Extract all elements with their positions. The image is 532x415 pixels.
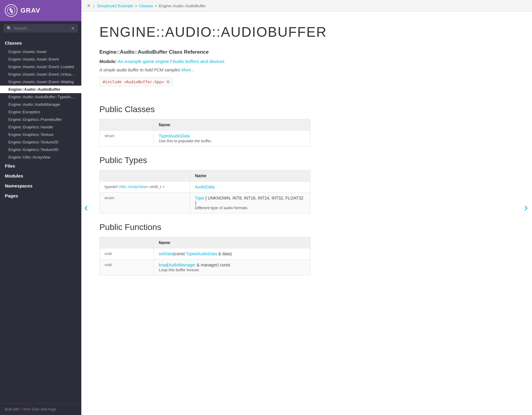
module-label: Module: (99, 59, 117, 64)
sidebar-section-pages[interactable]: Pages (0, 191, 81, 201)
nav-prev-button[interactable]: ‹ (81, 198, 91, 217)
sidebar-item-audio-audiobuffer-typedaudio[interactable]: Engine::Audio::AudioBuffer::TypedAudio (0, 93, 81, 101)
search-container: 🔍 ✕ (0, 21, 81, 36)
module-separator: / (170, 59, 173, 64)
col-type-header-3 (100, 237, 154, 248)
sidebar-item-audio-audiomanager[interactable]: Engine::Audio::AudioManager (0, 101, 81, 108)
heart-icon: ♥ (20, 407, 22, 411)
sidebar-header: GRAV (0, 0, 81, 21)
section-title-public-functions: Public Functions (99, 222, 310, 232)
breadcrumb-pipe: | (93, 4, 94, 8)
col-name-header: Name (154, 119, 310, 130)
include-line: #include <AudioBuffer.hpp> ⧉ (99, 77, 173, 86)
col-name-header-2: Name (190, 170, 310, 181)
breadcrumb-current: Engine::Audio::AudioBuffer (159, 4, 206, 8)
row-desc: Use this to populate the buffer. (159, 139, 212, 143)
sidebar-section-files[interactable]: Files (0, 161, 81, 171)
link-set-data[interactable]: setData (159, 251, 173, 256)
row-name-loop: loop(AudioManager & manager) const Loop … (154, 259, 310, 275)
link-typed-audio-data-2[interactable]: TypedAudioData (186, 251, 217, 256)
table-row: struct TypedAudioData Use this to popula… (100, 130, 310, 146)
sidebar-section-modules[interactable]: Modules (0, 171, 81, 181)
breadcrumb-link-example[interactable]: Doxybook2 Example (97, 4, 133, 8)
sidebar-item-graphics-texture3d[interactable]: Engine::Graphics::Texture3D (0, 146, 81, 153)
public-classes-table: Name struct TypedAudioData Use this to p… (99, 119, 310, 146)
row-type-void-1: void (100, 248, 154, 259)
sidebar-footer: Built with ♥ from Grav and Hugo (0, 403, 81, 415)
module-link-audio[interactable]: Audio buffers and devices (173, 59, 224, 64)
breadcrumb-sep-2: > (155, 4, 157, 8)
sidebar-item-utils-arrayview[interactable]: Engine::Utils::ArrayView (0, 153, 81, 161)
row-type-enum: enum (100, 193, 190, 213)
breadcrumb-link-classes[interactable]: Classes (139, 4, 153, 8)
sidebar-item-assets-asset-event[interactable]: Engine::Assets::Asset::Event (0, 55, 81, 63)
copy-icon[interactable]: ⧉ (167, 79, 170, 84)
col-type-header-2 (100, 170, 190, 181)
enum-values: { UNKNOWN, INT8, INT16, INT24, INT32, FL… (195, 196, 303, 205)
row-desc-enum: Different type of audio formats. (195, 206, 249, 210)
sidebar-item-assets-asset[interactable]: Engine::Assets::Asset (0, 48, 81, 55)
page-content: ENGINE::AUDIO::AUDIOBUFFER Engine::Audio… (81, 12, 328, 300)
sidebar-logo (5, 4, 17, 17)
public-types-table: Name typedef Utils::ArrayView< uint8_t >… (99, 170, 310, 213)
search-clear-icon[interactable]: ✕ (71, 26, 75, 31)
row-name: TypedAudioData Use this to populate the … (154, 130, 310, 146)
row-name-type: Type { UNKNOWN, INT8, INT16, INT24, INT3… (190, 193, 310, 213)
table-row: void loop(AudioManager & manager) const … (100, 259, 310, 275)
row-desc-loop: Loop this buffer forever. (159, 268, 200, 272)
public-functions-table: Name void setData(const TypedAudioData &… (99, 237, 310, 275)
sidebar-item-exception[interactable]: Engine::Exception (0, 108, 81, 116)
sidebar-brand-name: GRAV (20, 7, 40, 14)
module-line: Module: An example game engine / Audio b… (99, 59, 310, 64)
sidebar-section-namespaces[interactable]: Namespaces (0, 181, 81, 191)
section-title-public-types: Public Types (99, 156, 310, 165)
more-link[interactable]: More... (181, 68, 195, 72)
row-name-setdata: setData(const TypedAudioData & data) (154, 248, 310, 259)
table-row: typedef Utils::ArrayView< uint8_t > Audi… (100, 181, 310, 193)
main-content: ≡ | Doxybook2 Example > Classes > Engine… (81, 0, 532, 415)
row-type-void-2: void (100, 259, 154, 275)
description-line: A simple audio buffer to hold PCM sample… (99, 68, 310, 72)
page-title: ENGINE::AUDIO::AUDIOBUFFER (99, 24, 310, 40)
link-utils-arrayview[interactable]: Utils::ArrayView (118, 184, 146, 189)
sidebar-item-audio-audiobuffer[interactable]: Engine::Audio::AudioBuffer (0, 86, 81, 93)
sidebar-item-graphics-texture2d[interactable]: Engine::Graphics::Texture2D (0, 138, 81, 146)
link-typed-audio-data[interactable]: TypedAudioData (159, 134, 190, 138)
sidebar-item-assets-asset-event-loaded[interactable]: Engine::Assets::Asset::Event::Loaded (0, 63, 81, 71)
menu-icon: ≡ (87, 3, 90, 8)
row-type-typedef: typedef Utils::ArrayView< uint8_t > (100, 181, 190, 193)
col-name-header-3: Name (154, 237, 310, 248)
link-audio-data[interactable]: AudioData (195, 184, 214, 189)
table-row: enum Type { UNKNOWN, INT8, INT16, INT24,… (100, 193, 310, 213)
description-text: A simple audio buffer to hold PCM sample… (99, 68, 180, 72)
nav-next-button[interactable]: › (521, 198, 531, 217)
breadcrumb-sep-1: > (135, 4, 137, 8)
sidebar-item-graphics-framebuffer[interactable]: Engine::Graphics::Framebuffer (0, 116, 81, 123)
breadcrumb: ≡ | Doxybook2 Example > Classes > Engine… (81, 0, 532, 12)
table-row: void setData(const TypedAudioData & data… (100, 248, 310, 259)
sidebar-section-classes[interactable]: Classes (0, 38, 81, 48)
sidebar: GRAV 🔍 ✕ Classes Engine::Assets::Asset E… (0, 0, 81, 415)
include-text: #include <AudioBuffer.hpp> (103, 80, 164, 84)
link-audio-manager[interactable]: AudioManager (168, 263, 196, 267)
link-type-enum[interactable]: Type (195, 196, 204, 200)
section-title-public-classes: Public Classes (99, 105, 310, 114)
class-reference-title: Engine::Audio::AudioBuffer Class Referen… (99, 49, 310, 55)
sidebar-item-graphics-texture[interactable]: Engine::Graphics::Texture (0, 131, 81, 138)
link-loop[interactable]: loop (159, 263, 167, 267)
svg-point-2 (11, 10, 12, 11)
sidebar-nav: Classes Engine::Assets::Asset Engine::As… (0, 36, 81, 403)
module-link-engine[interactable]: An example game engine (118, 59, 169, 64)
search-icon: 🔍 (7, 26, 12, 31)
sidebar-item-assets-asset-event-waiting[interactable]: Engine::Assets::Asset::Event::Waiting (0, 78, 81, 86)
sidebar-item-assets-asset-event-unloaded[interactable]: Engine::Assets::Asset::Event::Unloaded (0, 71, 81, 78)
search-wrapper: 🔍 ✕ (4, 24, 78, 33)
col-type-header (100, 119, 154, 130)
row-name-audiodata: AudioData (190, 181, 310, 193)
sidebar-item-graphics-handle[interactable]: Engine::Graphics::Handle (0, 123, 81, 131)
search-input[interactable] (14, 26, 69, 31)
row-type: struct (100, 130, 154, 146)
